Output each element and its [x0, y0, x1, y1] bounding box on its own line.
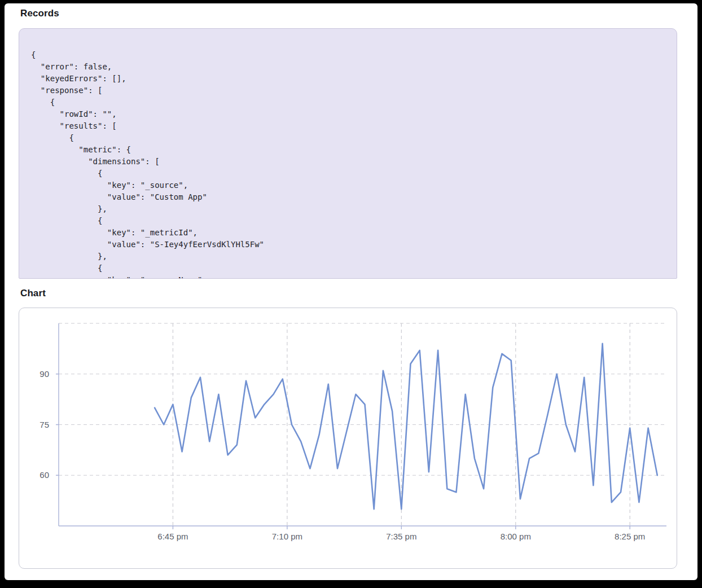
- page: Records { "error": false, "keyedErrors":…: [5, 3, 697, 580]
- line-chart[interactable]: 6075906:45 pm7:10 pm7:35 pm8:00 pm8:25 p…: [19, 308, 677, 568]
- chart-title: Chart: [20, 288, 46, 299]
- x-axis-tick-label: 7:10 pm: [272, 532, 302, 541]
- x-axis-tick-label: 7:35 pm: [386, 532, 416, 541]
- x-axis-tick-label: 6:45 pm: [157, 532, 188, 541]
- records-title: Records: [20, 8, 59, 19]
- y-axis-tick-label: 90: [40, 369, 49, 379]
- y-axis-tick-label: 60: [40, 470, 49, 480]
- y-axis-tick-label: 75: [40, 420, 49, 429]
- x-axis-tick-label: 8:25 pm: [615, 532, 645, 541]
- chart-axes: [56, 323, 666, 529]
- chart-tick-labels: 6075906:45 pm7:10 pm7:35 pm8:00 pm8:25 p…: [40, 369, 645, 541]
- records-json-text: { "error": false, "keyedErrors": [], "re…: [19, 29, 677, 279]
- chart-card: 6075906:45 pm7:10 pm7:35 pm8:00 pm8:25 p…: [19, 308, 677, 569]
- x-axis-tick-label: 8:00 pm: [501, 532, 531, 541]
- records-json-block[interactable]: { "error": false, "keyedErrors": [], "re…: [19, 28, 677, 279]
- chart-gridlines: [59, 323, 666, 526]
- metric-line-series: [155, 344, 657, 509]
